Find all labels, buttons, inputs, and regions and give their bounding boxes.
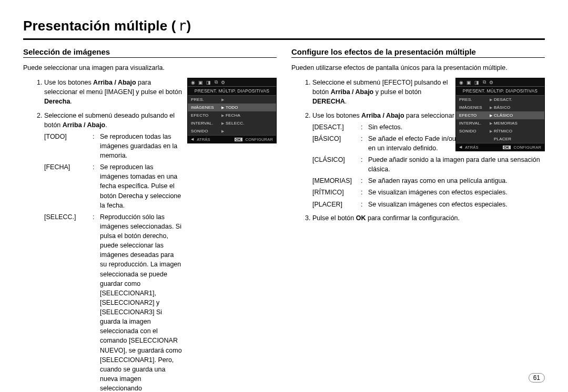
def-row-clasico: [CLÁSICO]:Puede añadir sonido a la image… <box>312 155 545 174</box>
tab-icon-1: ◉ <box>459 80 463 85</box>
tab-icon-5: ⚙ <box>489 80 493 85</box>
camera-menu-row: SONIDO▶ <box>188 127 276 135</box>
camera-screen-title: PRESENT. MÚLTIP. DIAPOSITIVAS <box>456 87 544 96</box>
right-step-3: Pulse el botón OK para confirmar la conf… <box>312 213 545 223</box>
chevron-right-icon: ▶ <box>221 129 226 133</box>
chevron-right-icon: ▶ <box>490 106 494 110</box>
right-intro: Pueden utilizarse efectos de pantalla ún… <box>291 63 545 73</box>
def-row-fecha: [FECHA]:Se reproducen las imágenes tomad… <box>44 162 182 210</box>
camera-screen-footer: ◀ ATRÁS OK CONFIGURAR <box>188 135 276 143</box>
page-title-text: Presentación múltiple ( <box>23 18 176 34</box>
ok-badge: OK <box>503 146 511 149</box>
chevron-right-icon: ▶ <box>221 114 226 118</box>
chevron-right-icon: ▶ <box>490 98 494 102</box>
def-row-placer: [PLACER]:Se visualizan imágenes con efec… <box>312 200 545 209</box>
right-heading: Configure los efectos de la presentación… <box>291 47 545 56</box>
left-heading-rule <box>23 57 277 58</box>
def-row-selecc: [SELECC.]:Reproducción sólo las imágenes… <box>44 212 182 392</box>
footer-action-label: CONFIGURAR <box>514 145 541 150</box>
tab-icon-2: ▣ <box>198 80 203 85</box>
left-step-2: Seleccione el submenú deseado pulsando e… <box>44 111 277 393</box>
chevron-right-icon: ▶ <box>490 114 494 118</box>
left-heading: Selección de imágenes <box>23 47 277 56</box>
camera-menu-row: INTERVAL.▶SELECC. <box>188 119 276 127</box>
title-rule-light <box>23 39 545 40</box>
left-column: Selección de imágenes Puede seleccionar … <box>23 47 277 392</box>
def-row-todo: [TODO]:Se reproducen todas las imágenes … <box>44 132 182 160</box>
right-body: ◉ ▣ ◨ ⧉ ⚙ PRESENT. MÚLTIP. DIAPOSITIVAS … <box>291 78 545 223</box>
left-body: ◉ ▣ ◨ ⧉ ⚙ PRESENT. MÚLTIP. DIAPOSITIVAS … <box>23 78 277 392</box>
right-heading-rule <box>291 57 545 58</box>
chevron-left-icon: ◀ <box>191 137 194 141</box>
tab-icon-5: ⚙ <box>221 80 225 85</box>
camera-menu-row-selected: IMÁGENES▶TODO <box>188 104 276 111</box>
def-row-memorias: [MEMORIAS]:Se añaden rayas como en una p… <box>312 176 545 185</box>
camera-screen-tabbar: ◉ ▣ ◨ ⧉ ⚙ <box>188 78 276 87</box>
right-column: Configure los efectos de la presentación… <box>291 47 545 392</box>
def-row-ritmico: [RÍTMICO]:Se visualizan imágenes con efe… <box>312 188 545 197</box>
tab-icon-4: ⧉ <box>215 79 218 85</box>
chevron-right-icon: ▶ <box>490 121 494 126</box>
camera-screen-title: PRESENT. MÚLTIP. DIAPOSITIVAS <box>188 87 276 96</box>
camera-menu-row: PRES.▶DESACT. <box>456 96 544 104</box>
tab-icon-3: ◨ <box>474 80 479 85</box>
tab-icon-2: ▣ <box>466 80 471 85</box>
camera-menu-row: IMÁGENES▶BÁSICO <box>456 104 544 111</box>
footer-back-label: ATRÁS <box>197 137 210 142</box>
page-number: 61 <box>529 373 545 383</box>
camera-screen-footer: ◀ ATRÁS OK CONFIGURAR <box>456 143 544 151</box>
camera-screen-left: ◉ ▣ ◨ ⧉ ⚙ PRESENT. MÚLTIP. DIAPOSITIVAS … <box>187 78 277 143</box>
tab-icon-1: ◉ <box>191 80 195 85</box>
left-def-list: [TODO]:Se reproducen todas las imágenes … <box>44 132 182 392</box>
chevron-left-icon: ◀ <box>459 145 462 149</box>
chevron-right-icon: ▶ <box>221 121 226 126</box>
chevron-right-icon: ▶ <box>490 129 494 133</box>
tab-icon-4: ⧉ <box>483 79 486 85</box>
footer-back-label: ATRÁS <box>465 145 478 150</box>
footer-action-label: CONFIGURAR <box>246 137 273 142</box>
chevron-right-icon: ▶ <box>221 106 226 110</box>
slideshow-icon: r <box>176 18 187 34</box>
camera-menu-row: INTERVAL.▶MEMORIAS <box>456 119 544 127</box>
tab-icon-3: ◨ <box>206 80 211 85</box>
camera-menu-row: PLACER <box>456 135 544 143</box>
camera-screen-right: ◉ ▣ ◨ ⧉ ⚙ PRESENT. MÚLTIP. DIAPOSITIVAS … <box>455 78 545 151</box>
camera-menu-row: SONIDO▶RÍTMICO <box>456 127 544 135</box>
chevron-right-icon: ▶ <box>221 98 226 102</box>
camera-menu-row-selected: EFECTO▶CLÁSICO <box>456 111 544 119</box>
left-intro: Puede seleccionar una imagen para visual… <box>23 63 277 73</box>
camera-screen-tabbar: ◉ ▣ ◨ ⧉ ⚙ <box>456 78 544 87</box>
page-title-close: ) <box>187 18 191 34</box>
page-title: Presentación múltiple (r) <box>23 18 545 37</box>
camera-menu-row: EFECTO▶FECHA <box>188 111 276 119</box>
camera-menu-row: PRES.▶ <box>188 96 276 104</box>
ok-badge: OK <box>235 138 242 141</box>
